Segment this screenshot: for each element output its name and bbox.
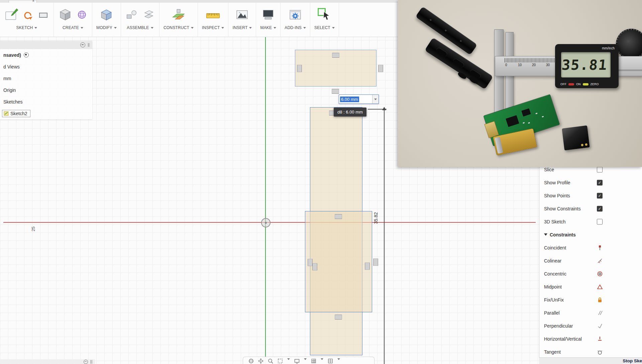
stop-sketch-button[interactable]: Stop Ske xyxy=(623,358,642,363)
browser-item-sketches[interactable]: Sketches xyxy=(0,96,92,108)
coincident-icon xyxy=(597,245,603,251)
ruler-number: 0 xyxy=(505,63,507,67)
constraint-colinear[interactable]: Colinear xyxy=(539,254,642,267)
constraint-label: Horizontal/Vertical xyxy=(544,336,582,342)
checkbox-show-points[interactable]: ✓ xyxy=(597,193,603,198)
toolbar-group-insert: INSERT xyxy=(228,3,256,37)
toolbar-label[interactable]: CREATE xyxy=(63,25,79,30)
measure-ruler-icon[interactable] xyxy=(206,7,220,22)
toolbar-label[interactable]: ADD-INS xyxy=(285,25,302,30)
constraint-coincident[interactable]: Coincident xyxy=(539,241,642,254)
dimension-value-input[interactable]: 6.00 mm xyxy=(339,95,379,104)
make-3d-print-icon[interactable] xyxy=(261,7,276,22)
insert-image-icon[interactable] xyxy=(235,7,249,22)
constraint-perpendicular[interactable]: Perpendicular xyxy=(539,319,642,332)
rectangle-tool-icon[interactable] xyxy=(37,9,49,21)
toolbar-label[interactable]: INSPECT xyxy=(202,25,220,30)
constraint-badge-icon[interactable] xyxy=(297,65,302,72)
constraint-horizontal-vertical[interactable]: Horizontal/Vertical xyxy=(539,332,642,345)
toolbar-label[interactable]: MAKE xyxy=(260,25,272,30)
caliper-zero-label: ZERO xyxy=(591,82,599,86)
palette-toggle-show-constraints[interactable]: Show Constraints ✓ xyxy=(539,202,642,215)
constraint-badge-icon[interactable] xyxy=(365,262,370,270)
toolbar-label[interactable]: INSERT xyxy=(232,25,247,30)
caret-down-icon[interactable] xyxy=(321,358,323,360)
caliper-off-label: OFF xyxy=(560,82,566,86)
toolbar-label[interactable]: CONSTRUCT xyxy=(164,25,189,30)
caret-down-icon[interactable] xyxy=(337,358,340,360)
constraint-badge-icon[interactable] xyxy=(332,89,339,94)
solid-box-icon[interactable] xyxy=(58,7,73,22)
selected-sketch-box[interactable]: Sketch2 xyxy=(2,110,30,117)
zoom-icon[interactable] xyxy=(268,358,273,364)
orbit-icon[interactable] xyxy=(248,358,254,364)
construct-plane-icon[interactable] xyxy=(171,7,186,22)
component-icon[interactable] xyxy=(142,8,155,21)
active-document-radio[interactable] xyxy=(24,52,29,57)
toolbar-label[interactable]: ASSEMBLE xyxy=(127,25,149,30)
constraint-tangent[interactable]: Tangent xyxy=(539,345,642,358)
caret-down-icon[interactable] xyxy=(304,358,307,360)
toolbar-label[interactable]: SELECT xyxy=(314,25,330,30)
create-sketch-icon[interactable] xyxy=(4,7,19,22)
constraint-parallel[interactable]: Parallel xyxy=(539,306,642,319)
constraint-fix-unfix[interactable]: Fix/UnFix xyxy=(539,293,642,306)
palette-toggle-3d-sketch[interactable]: 3D Sketch xyxy=(539,215,642,228)
checkbox-slice[interactable] xyxy=(597,167,603,172)
collapse-panel-icon[interactable] xyxy=(84,360,88,364)
constraints-section-header[interactable]: Constraints xyxy=(539,228,642,241)
panel-grip-icon[interactable] xyxy=(91,360,92,364)
checkbox-3d-sketch[interactable] xyxy=(597,219,603,224)
palette-toggle-label: 3D Sketch xyxy=(544,219,566,224)
caret-down-icon xyxy=(249,27,252,29)
constraint-badge-icon[interactable] xyxy=(335,315,342,320)
vertical-dimension-label[interactable]: 35.82 xyxy=(373,212,379,224)
close-tab-icon[interactable]: ✕ xyxy=(32,0,35,3)
dimension-dropdown-button[interactable] xyxy=(372,95,379,104)
origin-point[interactable] xyxy=(261,218,271,227)
toolbar-label[interactable]: SKETCH xyxy=(16,25,33,30)
joint-icon[interactable] xyxy=(125,8,138,21)
browser-item-units[interactable]: mm xyxy=(0,72,92,84)
constraint-badge-icon[interactable] xyxy=(312,263,317,270)
collapse-panel-icon[interactable] xyxy=(80,42,85,47)
checkbox-show-constraints[interactable]: ✓ xyxy=(597,206,603,211)
caret-down-icon xyxy=(221,27,224,29)
viewports-icon[interactable] xyxy=(328,358,333,364)
addins-gear-icon[interactable] xyxy=(288,7,303,22)
constraint-badge-icon[interactable] xyxy=(378,65,383,72)
caret-down-icon xyxy=(114,27,117,29)
y-axis-line[interactable] xyxy=(265,37,266,364)
horizontal-vertical-icon xyxy=(597,336,603,342)
browser-item-named-views[interactable]: d Views xyxy=(0,61,92,72)
palette-toggle-show-points[interactable]: Show Points ✓ xyxy=(539,189,642,202)
press-pull-icon[interactable] xyxy=(99,7,114,22)
checkbox-show-profile[interactable]: ✓ xyxy=(597,180,603,185)
panel-grip-icon[interactable] xyxy=(88,43,90,47)
pan-icon[interactable] xyxy=(258,358,263,364)
grid-settings-icon[interactable] xyxy=(311,358,316,364)
browser-panel: nsaved) d Views mm Origin Sketches Sketc… xyxy=(0,41,92,119)
constraint-badge-icon[interactable] xyxy=(335,214,342,219)
sketch-rectangle-inner[interactable] xyxy=(305,211,372,312)
display-settings-icon[interactable] xyxy=(294,358,300,364)
toolbar-label[interactable]: MODIFY xyxy=(96,25,112,30)
browser-item-document[interactable]: nsaved) xyxy=(0,49,92,61)
constraint-badge-icon[interactable] xyxy=(332,53,339,58)
yellow-button-icon xyxy=(583,83,588,85)
browser-item-origin[interactable]: Origin xyxy=(0,84,92,96)
select-cursor-icon[interactable] xyxy=(317,7,332,22)
constraint-badge-icon[interactable] xyxy=(308,259,313,266)
constraint-badge-icon[interactable] xyxy=(373,258,378,266)
browser-item-sketch2[interactable]: Sketch2 xyxy=(0,108,92,119)
fit-view-icon[interactable] xyxy=(278,358,283,364)
caliper-reading: 35.81 xyxy=(561,57,608,73)
wire-sphere-icon[interactable] xyxy=(76,9,88,21)
dimension-line[interactable] xyxy=(384,110,385,364)
circular-arrow-icon[interactable] xyxy=(22,9,34,21)
constraint-concentric[interactable]: Concentric xyxy=(539,267,642,280)
caret-down-icon[interactable] xyxy=(287,358,290,360)
dimension-value-text[interactable]: 6.00 mm xyxy=(339,95,372,104)
constraint-midpoint[interactable]: Midpoint xyxy=(539,280,642,293)
palette-toggle-show-profile[interactable]: Show Profile ✓ xyxy=(539,176,642,189)
